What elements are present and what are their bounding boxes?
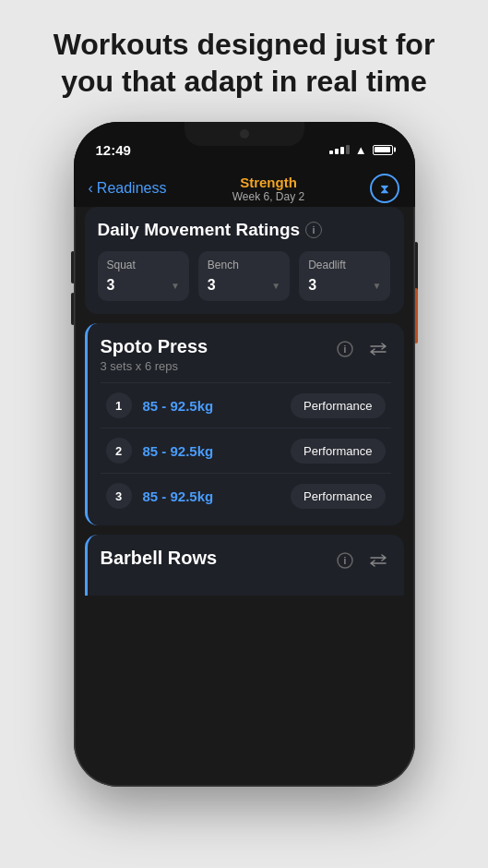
bench-rating[interactable]: Bench 3 ▼ <box>198 251 290 301</box>
phone-screen: 12:49 ▲ ‹ Readiness Streng <box>74 122 415 787</box>
exercise-subtitle: 3 sets x 6 reps <box>101 359 208 373</box>
barbell-exercise-header: Barbell Rows i <box>101 548 391 573</box>
spoto-press-card: Spoto Press 3 sets x 6 reps i <box>85 323 404 525</box>
deadlift-value-row: 3 ▼ <box>308 277 381 294</box>
deadlift-value: 3 <box>308 277 316 294</box>
set-number-3: 3 <box>106 483 132 509</box>
set-number-1: 1 <box>106 392 132 418</box>
barbell-exercise-info: Barbell Rows <box>101 548 218 569</box>
performance-badge-3[interactable]: Performance <box>291 484 385 509</box>
squat-value: 3 <box>107 277 115 294</box>
set-number-2: 2 <box>106 438 132 464</box>
set-row-3[interactable]: 3 85 - 92.5kg Performance <box>101 473 391 518</box>
nav-bar: ‹ Readiness Strength Week 6, Day 2 ⧗ <box>74 166 415 207</box>
set-row-1[interactable]: 1 85 - 92.5kg Performance <box>101 382 391 428</box>
squat-label: Squat <box>107 259 180 271</box>
performance-badge-2[interactable]: Performance <box>291 439 385 464</box>
camera-dot <box>240 129 249 139</box>
exercise-info: Spoto Press 3 sets x 6 reps <box>101 336 208 373</box>
barbell-swap-icon[interactable] <box>365 548 391 573</box>
bench-chevron-icon: ▼ <box>271 281 280 291</box>
exercise-swap-icon[interactable] <box>365 336 391 362</box>
workout-type: Strength <box>232 175 304 190</box>
nav-center: Strength Week 6, Day 2 <box>232 175 304 203</box>
screen-content: Daily Movement Ratings i Squat 3 ▼ Bench <box>74 207 415 787</box>
status-bar: 12:49 ▲ <box>74 122 415 166</box>
set-weight-3: 85 - 92.5kg <box>143 488 292 504</box>
svg-text:i: i <box>343 556 346 566</box>
bench-label: Bench <box>208 259 280 271</box>
barbell-info-icon[interactable]: i <box>332 548 358 573</box>
barbell-exercise-icons: i <box>332 548 391 573</box>
ratings-row: Squat 3 ▼ Bench 3 ▼ Dead <box>98 251 391 301</box>
set-weight-1: 85 - 92.5kg <box>143 398 292 414</box>
svg-text:i: i <box>343 344 346 355</box>
page-headline: Workouts designed just for you that adap… <box>0 0 488 118</box>
exercise-icons: i <box>332 336 391 362</box>
card-title-row: Daily Movement Ratings i <box>98 220 391 240</box>
exercise-title: Spoto Press <box>101 336 208 357</box>
back-label: Readiness <box>97 180 167 197</box>
card-title: Daily Movement Ratings <box>98 220 301 240</box>
info-icon[interactable]: i <box>305 222 322 238</box>
bench-value: 3 <box>208 277 216 294</box>
back-button[interactable]: ‹ Readiness <box>89 180 167 197</box>
clock-button[interactable]: ⧗ <box>370 174 399 203</box>
bench-value-row: 3 ▼ <box>208 277 280 294</box>
barbell-rows-card: Barbell Rows i <box>85 535 404 596</box>
workout-detail: Week 6, Day 2 <box>232 190 304 203</box>
squat-rating[interactable]: Squat 3 ▼ <box>98 251 189 301</box>
daily-movement-card: Daily Movement Ratings i Squat 3 ▼ Bench <box>85 207 404 314</box>
deadlift-rating[interactable]: Deadlift 3 ▼ <box>299 251 390 301</box>
exercise-header: Spoto Press 3 sets x 6 reps i <box>101 336 391 373</box>
barbell-exercise-title: Barbell Rows <box>101 548 218 569</box>
battery-icon <box>373 145 393 155</box>
wifi-icon: ▲ <box>355 143 367 157</box>
performance-badge-1[interactable]: Performance <box>291 393 385 418</box>
set-weight-2: 85 - 92.5kg <box>143 443 292 459</box>
status-time: 12:49 <box>96 142 131 158</box>
status-icons: ▲ <box>329 143 393 157</box>
deadlift-chevron-icon: ▼ <box>373 281 382 291</box>
squat-chevron-icon: ▼ <box>171 281 180 291</box>
exercise-info-icon[interactable]: i <box>332 336 358 362</box>
signal-icon <box>329 145 350 154</box>
chevron-left-icon: ‹ <box>89 180 93 197</box>
phone-mockup: 12:49 ▲ ‹ Readiness Streng <box>74 122 415 787</box>
deadlift-label: Deadlift <box>308 259 381 271</box>
squat-value-row: 3 ▼ <box>107 277 180 294</box>
set-row-2[interactable]: 2 85 - 92.5kg Performance <box>101 428 391 473</box>
clock-icon: ⧗ <box>380 181 389 197</box>
